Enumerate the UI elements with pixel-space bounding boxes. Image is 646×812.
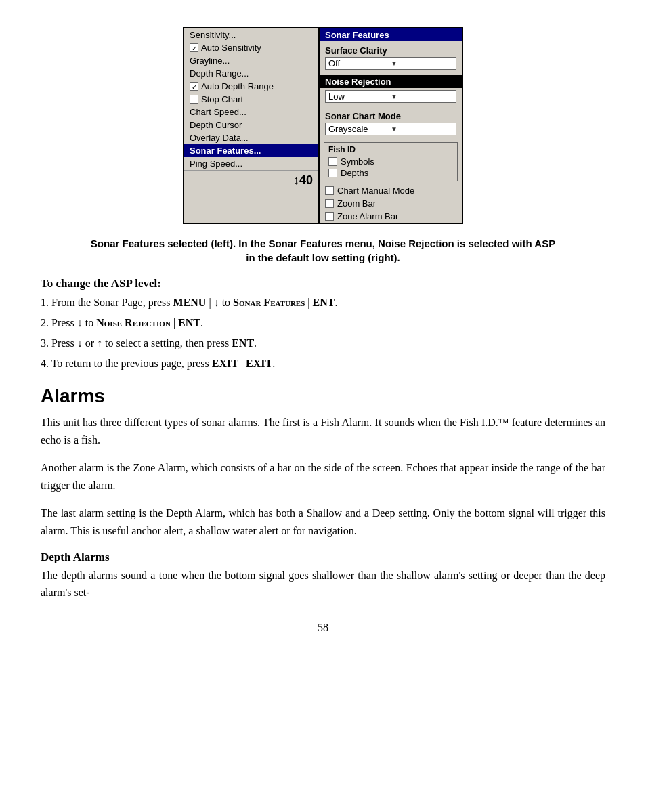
exit-bold-2: EXIT [246,358,272,369]
zone-alarm-bar-label: Zone Alarm Bar [337,211,398,221]
ent-bold-2: ENT [178,317,200,328]
numbered-steps: 1. From the Sonar Page, press MENU | ↓ t… [41,295,605,372]
menu-item-depth-range[interactable]: Depth Range... [184,67,318,80]
asp-heading: To change the ASP level: [41,277,605,291]
noise-rejection-label: Noise Rejection [320,75,462,88]
depth-alarms-paragraph: The depth alarms sound a tone when the b… [41,567,605,601]
surface-clarity-section: Surface Clarity Off ▼ [320,41,462,74]
depths-checkbox[interactable] [328,169,337,177]
chart-manual-mode-checkbox[interactable] [325,186,334,195]
fish-id-depths-row[interactable]: Depths [328,167,453,179]
surface-clarity-label: Surface Clarity [325,45,456,56]
sonar-chart-mode-label: Sonar Chart Mode [325,111,456,121]
auto-depth-range-checkbox[interactable] [190,82,198,91]
zoom-bar-checkbox[interactable] [325,199,334,208]
alarms-paragraph-3: The last alarm setting is the Depth Alar… [41,505,605,539]
surface-clarity-dropdown[interactable]: Off ▼ [325,57,456,70]
menu-bold: MENU [173,297,207,308]
menu-item-stop-chart[interactable]: Stop Chart [184,93,318,106]
menu-item-ping-speed[interactable]: Ping Speed... [184,157,318,170]
step-4: 4. To return to the previous page, press… [41,356,605,372]
zoom-bar-row[interactable]: Zoom Bar [320,197,462,210]
step-2-number: 2 [41,317,46,328]
symbols-label: Symbols [341,156,374,167]
auto-sensitivity-checkbox[interactable] [190,43,198,52]
stop-chart-checkbox[interactable] [190,95,198,104]
menu-item-depth-cursor[interactable]: Depth Cursor [184,119,318,131]
alarms-paragraph-1: This unit has three different types of s… [41,414,605,448]
panel-title: Sonar Features [320,28,462,41]
zoom-bar-label: Zoom Bar [337,198,376,209]
sonar-chart-mode-section: Sonar Chart Mode Grayscale ▼ [320,107,462,140]
step-1: 1. From the Sonar Page, press MENU | ↓ t… [41,295,605,311]
surface-clarity-value: Off [328,58,391,68]
alarms-paragraph-2: Another alarm is the Zone Alarm, which c… [41,459,605,494]
cursor-icon: ↕ [293,173,299,188]
zone-alarm-bar-row[interactable]: Zone Alarm Bar [320,210,462,223]
menu-item-overlay-data[interactable]: Overlay Data... [184,131,318,144]
sonar-chart-mode-value: Grayscale [328,124,391,134]
ent-bold-3: ENT [232,337,254,349]
sonar-chart-mode-dropdown[interactable]: Grayscale ▼ [325,123,456,135]
step-2: 2. Press ↓ to Noise Rejection | ENT. [41,315,605,331]
depths-label: Depths [341,168,368,178]
symbols-checkbox[interactable] [328,157,337,166]
menu-item-chart-speed[interactable]: Chart Speed... [184,106,318,119]
zone-alarm-bar-checkbox[interactable] [325,212,334,221]
bottom-number: 40 [299,173,313,188]
right-panel: Sonar Features Surface Clarity Off ▼ Noi… [320,28,462,223]
depth-alarms-heading: Depth Alarms [41,551,605,564]
left-menu: Sensitivity... Auto Sensitivity Grayline… [184,28,320,223]
step-1-number: 1 [41,297,46,308]
caption: Sonar Features selected (left). In the S… [86,236,560,265]
page-number: 58 [41,622,605,634]
fish-id-label: Fish ID [328,145,453,154]
noise-rejection-value: Low [328,91,391,102]
menu-item-grayline[interactable]: Grayline... [184,54,318,67]
menu-bottom-area: ↕ 40 [184,170,318,190]
screenshot-area: Sensitivity... Auto Sensitivity Grayline… [41,27,605,224]
surface-clarity-arrow[interactable]: ▼ [391,60,453,67]
menu-item-sonar-features[interactable]: Sonar Features... [184,144,318,157]
exit-bold-1: EXIT [212,358,238,369]
noise-rejection-section: Noise Rejection Low ▼ [320,74,462,107]
chart-manual-mode-label: Chart Manual Mode [337,186,414,196]
menu-item-auto-depth-range[interactable]: Auto Depth Range [184,80,318,93]
sonar-chart-mode-arrow[interactable]: ▼ [391,125,453,133]
ent-bold-1: ENT [312,297,335,308]
step-4-number: 4 [41,358,46,369]
step-3: 3. Press ↓ or ↑ to select a setting, the… [41,335,605,351]
chart-manual-mode-row[interactable]: Chart Manual Mode [320,184,462,197]
fish-id-symbols-row[interactable]: Symbols [328,156,453,167]
alarms-heading: Alarms [41,385,605,407]
step-3-number: 3 [41,337,46,349]
menu-item-auto-sensitivity[interactable]: Auto Sensitivity [184,41,318,54]
fish-id-box: Fish ID Symbols Depths [324,142,458,181]
noise-rejection-dropdown[interactable]: Low ▼ [325,90,456,103]
sonar-features-smallcaps: Sonar Features [233,297,305,308]
menu-item-sensitivity[interactable]: Sensitivity... [184,28,318,41]
noise-rejection-arrow[interactable]: ▼ [391,93,453,100]
noise-rejection-smallcaps: Noise Rejection [96,317,171,328]
caption-text: Sonar Features selected (left). In the S… [91,238,555,263]
menus-container: Sensitivity... Auto Sensitivity Grayline… [183,27,463,224]
